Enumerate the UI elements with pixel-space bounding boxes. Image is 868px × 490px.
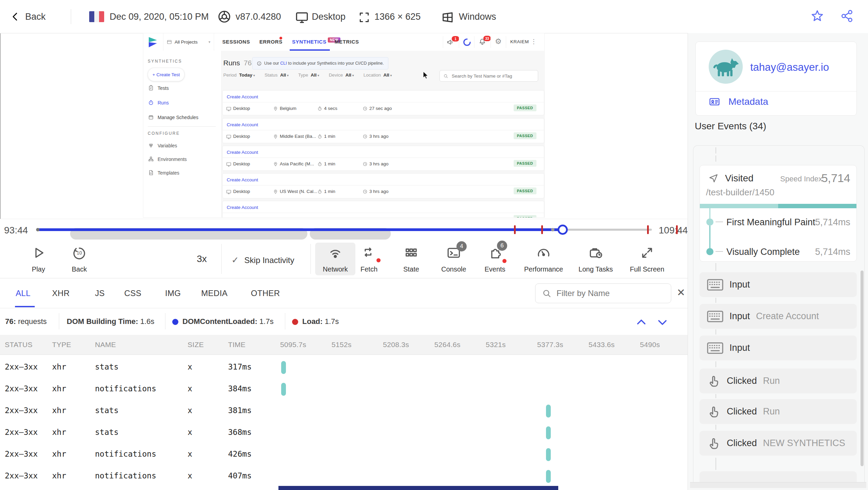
info-icon <box>257 61 262 66</box>
fetch-panel-button[interactable]: Fetch <box>349 243 389 275</box>
run-card: Create Account Desktop Belgium 4 secs 27… <box>223 91 544 115</box>
share-icon[interactable] <box>840 9 854 23</box>
tab-css[interactable]: CSS <box>124 289 141 298</box>
performance-panel-button[interactable]: Performance <box>523 243 564 275</box>
jump-down-icon[interactable] <box>656 316 669 328</box>
network-request-row[interactable]: 2xx–3xx xhr stats x 317ms <box>0 357 688 378</box>
summary-divider <box>285 313 285 329</box>
cell-type: xhr <box>52 471 66 480</box>
back-button[interactable]: Back <box>10 9 46 25</box>
speed-toggle[interactable]: 3x <box>197 254 207 264</box>
replay-app-toolbar: All Projects ▾ SESSIONS ERRORS SYNTHETIC… <box>143 33 545 51</box>
window-icon <box>167 39 172 45</box>
time-col: 5490s <box>640 341 660 349</box>
filter-by-name-input[interactable] <box>556 288 659 298</box>
input-event-card[interactable]: Input <box>700 272 857 297</box>
horizontal-scrollbar-thumb[interactable] <box>278 486 558 490</box>
skip-inactivity-toggle[interactable]: ✓ Skip Inactivity <box>231 255 294 265</box>
timeline-start-dot <box>36 228 39 231</box>
input-event-card[interactable]: Input Create Account <box>700 304 857 329</box>
network-request-row[interactable]: 2xx–3xx xhr stats x 381ms <box>0 400 688 422</box>
dom-building-time: DOM Building Time: 1.6s <box>67 317 155 326</box>
visited-event-card[interactable]: Visited Speed Index 5,714 /test-builder/… <box>700 165 857 262</box>
request-timing-bar <box>546 470 551 483</box>
back-label: Back <box>25 12 46 22</box>
favorite-star-icon[interactable] <box>810 9 824 23</box>
cell-type: xhr <box>52 384 66 393</box>
hand-pointer-icon <box>707 405 721 419</box>
event-connector <box>716 425 716 430</box>
run-device: Desktop <box>233 216 250 218</box>
error-marker[interactable] <box>541 225 543 234</box>
replay-search-input <box>451 73 531 79</box>
col-status: STATUS <box>5 341 33 349</box>
replay-viewport[interactable]: All Projects ▾ SESSIONS ERRORS SYNTHETIC… <box>143 33 545 218</box>
run-location: US West (N. Cal... <box>280 189 317 194</box>
run-card: Create Account Desktop US West (N. Cal..… <box>223 174 544 198</box>
network-request-row[interactable]: 2xx–3xx xhr notifications x 407ms <box>0 466 688 487</box>
monitor-icon <box>226 106 231 112</box>
error-marker[interactable] <box>647 225 649 234</box>
play-button[interactable]: Play <box>18 243 59 275</box>
session-sidebar: tahay@asayer.io Metadata User Events (34… <box>688 33 868 490</box>
metadata-button[interactable]: Metadata <box>708 96 768 107</box>
cell-status: 2xx–3xx <box>5 450 38 458</box>
fmp-value: 5,714ms <box>815 217 850 228</box>
chevron-left-icon <box>10 12 20 22</box>
playback-timeline: 93:44 109:44 <box>0 219 688 240</box>
events-panel-button[interactable]: Events 6 <box>475 243 515 275</box>
cell-status: 2xx–3xx <box>5 471 38 480</box>
state-panel-button[interactable]: State <box>391 243 432 275</box>
bell-badge: 33 <box>483 36 491 41</box>
tab-img[interactable]: IMG <box>165 289 181 298</box>
network-request-row[interactable]: 2xx–3xx xhr notifications x 426ms <box>0 444 688 466</box>
sidebar-item-variables: Variables <box>148 143 177 148</box>
jump-up-icon[interactable] <box>635 316 647 328</box>
long-tasks-panel-button[interactable]: Long Tasks <box>574 243 618 275</box>
error-marker[interactable] <box>514 225 516 234</box>
grid-icon <box>404 245 419 260</box>
tab-xhr[interactable]: XHR <box>52 289 70 298</box>
timeline-progress <box>37 228 563 231</box>
cell-time: 384ms <box>228 384 252 393</box>
col-name: NAME <box>95 341 116 349</box>
run-name-link: Create Account <box>227 122 258 127</box>
console-panel-button[interactable]: Console 4 <box>433 243 474 275</box>
close-panel-icon[interactable]: ✕ <box>677 287 685 298</box>
timeline-track[interactable] <box>37 223 652 236</box>
cell-status: 2xx–3xx <box>5 362 38 371</box>
clicked-event-card[interactable]: Clicked NEW SYNTHETICS <box>700 431 857 456</box>
run-ago: 3 hrs ago <box>369 189 388 194</box>
hand-pointer-icon <box>707 374 721 388</box>
user-email[interactable]: tahay@asayer.io <box>750 61 829 74</box>
section-synthetics: SYNTHETICS <box>148 59 182 64</box>
run-ago: 3 hrs ago <box>369 161 388 166</box>
cli-link: CLI <box>280 61 287 66</box>
load-time: Load: 1.7s <box>302 317 339 326</box>
kebab-menu-icon: ⋮ <box>531 38 537 45</box>
replay-app-sidebar: SYNTHETICS + Create Test Tests Runs Mana… <box>143 51 222 218</box>
full-screen-button[interactable]: Full Screen <box>625 243 670 275</box>
run-duration: 1 min <box>324 216 335 218</box>
user-menu: KRAIEM <box>510 39 529 44</box>
monitor-icon <box>295 10 309 24</box>
tab-media[interactable]: MEDIA <box>201 289 228 298</box>
run-location: Asia Pacific (M... <box>280 161 314 166</box>
project-selector-value: All Projects <box>175 39 198 45</box>
tab-js[interactable]: JS <box>95 289 105 298</box>
playhead[interactable] <box>558 225 568 235</box>
clicked-event-card[interactable]: Clicked Run <box>700 399 857 424</box>
clicked-event-card[interactable]: Clicked Run <box>700 369 857 393</box>
cell-name: notifications <box>95 471 156 480</box>
replay-tab-synthetics: SYNTHETICSNEW <box>292 39 340 45</box>
network-request-row[interactable]: 2xx–3xx xhr stats x 368ms <box>0 422 688 444</box>
network-request-row[interactable]: 2xx–3xx xhr notifications x 384ms <box>0 378 688 400</box>
input-event-card[interactable]: Input <box>700 336 857 360</box>
error-marker[interactable] <box>676 225 678 234</box>
user-events-title: User Events (34) <box>695 121 766 132</box>
tab-all[interactable]: ALL <box>16 289 31 298</box>
network-table-header: STATUS TYPE NAME SIZE TIME 5095.7s 5152s… <box>0 335 688 355</box>
sidebar-scrollbar-thumb[interactable] <box>861 271 864 466</box>
back-10s-button[interactable]: 10 Back <box>59 243 100 275</box>
tab-other[interactable]: OTHER <box>251 289 280 298</box>
